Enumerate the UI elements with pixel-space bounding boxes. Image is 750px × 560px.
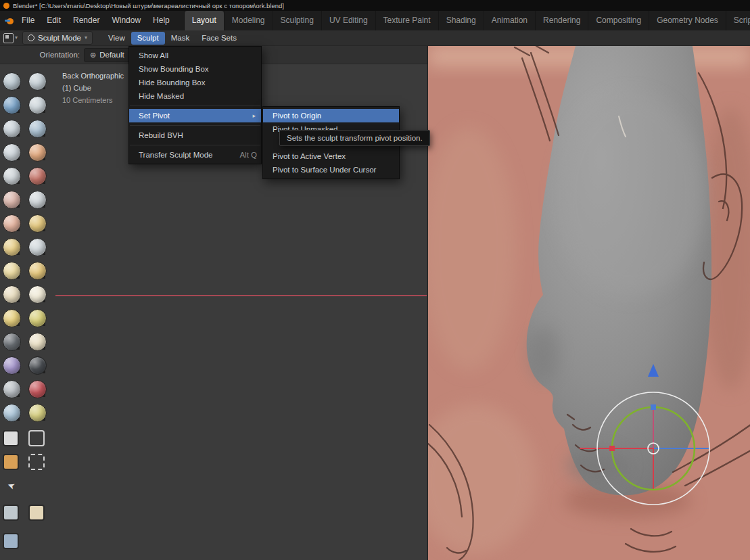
editor-type-button[interactable]: ▾ xyxy=(3,33,18,43)
tool-multires-displacement-eraser[interactable] xyxy=(3,404,21,422)
menu-separator xyxy=(130,145,260,145)
workspace-tab-layout[interactable]: Layout xyxy=(184,11,224,30)
tool-multiplane-scrape[interactable] xyxy=(28,214,47,233)
tool-mask[interactable] xyxy=(3,380,21,398)
tool-box-hide[interactable] xyxy=(28,430,45,446)
menubar-menu-render[interactable]: Render xyxy=(67,11,106,30)
menu-item-label: Transfer Sculpt Mode xyxy=(139,151,213,159)
header-menu-mask[interactable]: Mask xyxy=(165,32,195,45)
menu-item-label: Show All xyxy=(139,51,168,60)
tool-cloth[interactable] xyxy=(3,356,21,375)
menubar-menu-edit[interactable]: Edit xyxy=(41,11,67,30)
tool-snake-hook[interactable] xyxy=(28,262,47,280)
tool-rotate[interactable] xyxy=(28,309,47,327)
mode-dropdown-label: Sculpt Mode xyxy=(38,34,81,42)
menu-item-show-all[interactable]: Show All xyxy=(129,49,261,62)
tool-box-face-set[interactable] xyxy=(3,454,19,470)
tool-clay-strips[interactable] xyxy=(28,96,47,114)
window-title: Blender* [C:\Users\mariu\Desktop\Новый ш… xyxy=(13,2,284,9)
menubar-menu-window[interactable]: Window xyxy=(106,11,147,30)
x-axis-line xyxy=(55,295,427,296)
tool-blob[interactable] xyxy=(28,143,47,162)
tool-flatten[interactable] xyxy=(3,191,21,209)
tool-elastic-deform[interactable] xyxy=(3,262,21,280)
header-menu-view[interactable]: View xyxy=(102,32,131,45)
tool-mesh-filter[interactable] xyxy=(3,505,19,521)
chevron-down-icon: ▾ xyxy=(15,35,18,41)
workspace-tab-compositing[interactable]: Compositing xyxy=(588,11,649,30)
menu-separator xyxy=(130,125,260,126)
header-menu-sculpt[interactable]: Sculpt xyxy=(131,32,165,45)
menu-item-label: Pivot to Surface Under Cursor xyxy=(273,166,376,174)
workspace-tab-animation[interactable]: Animation xyxy=(484,11,535,30)
tool-layer[interactable] xyxy=(28,120,47,138)
workspace-tab-modeling[interactable]: Modeling xyxy=(224,11,273,30)
orientation-label: Orientation: xyxy=(0,51,80,59)
menu-item-label: Rebuild BVH xyxy=(139,131,183,139)
tool-multires-displacement-smear[interactable] xyxy=(28,404,47,422)
menu-item-show-bounding-box[interactable]: Show Bounding Box xyxy=(129,62,261,76)
header-menu-face-sets[interactable]: Face Sets xyxy=(195,32,243,45)
tool-boundary[interactable] xyxy=(28,333,47,351)
tool-nudge[interactable] xyxy=(3,309,21,327)
menu-item-hide-masked[interactable]: Hide Masked xyxy=(129,89,261,103)
gizmo-blue-handle[interactable] xyxy=(651,404,656,410)
tooltip: Sets the sculpt transform pivot position… xyxy=(279,130,430,146)
top-menu-bar: FileEditRenderWindowHelp LayoutModelingS… xyxy=(0,11,750,30)
workspace-tab-rendering[interactable]: Rendering xyxy=(535,11,588,30)
viewport-header: ▾ Sculpt Mode ▾ ViewSculptMaskFace Sets xyxy=(0,30,750,46)
image-editor[interactable] xyxy=(427,30,750,560)
tool-scrape[interactable] xyxy=(3,214,21,233)
menu-item-set-pivot[interactable]: Set Pivot▸ xyxy=(129,109,261,122)
tool-draw-face-sets[interactable] xyxy=(28,380,47,398)
menubar-menu-help[interactable]: Help xyxy=(147,11,176,30)
submenu-item-pivot-to-surface-under-cursor[interactable]: Pivot to Surface Under Cursor xyxy=(263,163,399,177)
tool-smooth[interactable] xyxy=(28,167,47,185)
workspace-tab-scripting[interactable]: Scripting xyxy=(726,11,750,30)
tool-slide-relax[interactable] xyxy=(3,333,21,351)
tool-box-trim[interactable] xyxy=(28,454,45,470)
tool-line-project[interactable]: ➤ xyxy=(3,477,19,494)
blender-logo-icon[interactable] xyxy=(5,16,16,26)
menu-item-hide-bounding-box[interactable]: Hide Bounding Box xyxy=(129,76,261,89)
submenu-item-pivot-to-origin[interactable]: Pivot to Origin xyxy=(263,109,399,122)
menu-item-label: Hide Masked xyxy=(139,92,184,100)
tool-draw-sharp[interactable] xyxy=(28,72,47,91)
menubar-menu-file[interactable]: File xyxy=(16,11,41,30)
orientation-dropdown[interactable]: ⊕ Default xyxy=(84,48,131,62)
tool-simplify[interactable] xyxy=(28,356,47,375)
tool-fill[interactable] xyxy=(28,191,47,209)
tool-draw[interactable] xyxy=(3,72,21,91)
menu-item-label: Pivot to Active Vertex xyxy=(273,152,346,160)
menu-item-label: Pivot to Origin xyxy=(273,112,321,120)
workspace-tab-texture-paint[interactable]: Texture Paint xyxy=(375,11,438,30)
tool-grab[interactable] xyxy=(28,238,47,256)
tool-clay-thumb[interactable] xyxy=(3,120,21,138)
menu-item-transfer-sculpt-mode[interactable]: Transfer Sculpt ModeAlt Q xyxy=(129,148,261,162)
editor-type-icon xyxy=(3,33,14,43)
workspace-tab-uv-editing[interactable]: UV Editing xyxy=(321,11,375,30)
menu-separator xyxy=(130,106,260,106)
tool-clay[interactable] xyxy=(3,96,21,114)
mode-dropdown[interactable]: Sculpt Mode ▾ xyxy=(22,31,93,45)
workspace-tab-geometry-nodes[interactable]: Geometry Nodes xyxy=(649,11,726,30)
title-bar: Blender* [C:\Users\mariu\Desktop\Новый ш… xyxy=(0,0,750,11)
menu-item-rebuild-bvh[interactable]: Rebuild BVH xyxy=(129,129,261,142)
reference-image-canvas[interactable] xyxy=(428,46,750,560)
tool-box-mask[interactable] xyxy=(3,430,19,446)
workspace-tab-shading[interactable]: Shading xyxy=(438,11,484,30)
workspace-tab-sculpting[interactable]: Sculpting xyxy=(273,11,321,30)
tool-cloth-filter[interactable] xyxy=(28,505,45,521)
tool-pinch[interactable] xyxy=(3,238,21,256)
tool-pose[interactable] xyxy=(28,285,47,304)
tool-color-filter[interactable] xyxy=(3,533,19,549)
orientation-icon: ⊕ xyxy=(90,51,96,59)
active-object-label: (1) Cube xyxy=(62,82,124,94)
tool-thumb[interactable] xyxy=(3,285,21,304)
viewport-overlay-text: Back Orthographic (1) Cube 10 Centimeter… xyxy=(62,70,124,106)
tool-inflate[interactable] xyxy=(3,143,21,162)
tool-crease[interactable] xyxy=(3,167,21,185)
gizmo-red-handle[interactable] xyxy=(609,446,615,451)
menu-item-label: Set Pivot xyxy=(139,112,170,120)
submenu-item-pivot-to-active-vertex[interactable]: Pivot to Active Vertex xyxy=(263,149,399,163)
